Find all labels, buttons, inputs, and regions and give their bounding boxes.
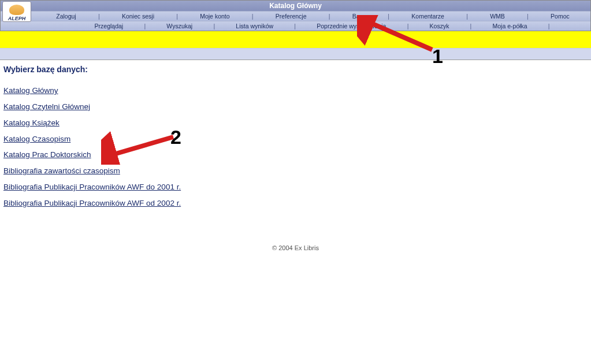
title-bar: Katalog Główny — [1, 1, 590, 11]
nav-koszyk[interactable]: Koszyk — [410, 23, 469, 29]
db-link-czytelni-glownej[interactable]: Katalog Czytelni Głównej — [3, 103, 90, 112]
nav-wmb[interactable]: WMB — [469, 13, 526, 20]
nav-poprzednie-wyszukiwania[interactable]: Poprzednie wyszukiwania — [297, 23, 406, 29]
logo-sun-icon — [9, 5, 24, 15]
content: Wybierz bazę danych: Katalog Główny Kata… — [0, 60, 591, 251]
lavender-strip — [0, 49, 591, 60]
db-link-katalog-glowny[interactable]: Katalog Główny — [3, 87, 58, 95]
db-link-prac-doktorskich[interactable]: Katalog Prac Doktorskich — [3, 151, 91, 159]
nav-row-1: Zaloguj| Koniec sesji| Moje konto| Prefe… — [1, 11, 590, 21]
nav-row-2: Przeglądaj| Wyszukaj| Lista wyników| Pop… — [1, 21, 590, 31]
footer-copyright: © 2004 Ex Libris — [3, 244, 588, 251]
heading-select-db: Wybierz bazę danych: — [3, 65, 588, 74]
db-link-bibliografia-zawartosci[interactable]: Bibliografia zawartości czasopism — [3, 167, 120, 176]
nav-koniec-sesji[interactable]: Koniec sesji — [101, 13, 176, 20]
yellow-banner — [0, 31, 591, 49]
db-link-czasopism[interactable]: Katalog Czasopism — [3, 135, 70, 144]
aleph-logo[interactable]: ALEPH — [2, 1, 31, 22]
header: ALEPH Katalog Główny Zaloguj| Koniec ses… — [0, 0, 591, 31]
database-list: Katalog Główny Katalog Czytelni Głównej … — [3, 87, 588, 216]
nav-przegladaj[interactable]: Przeglądaj — [75, 23, 143, 29]
db-link-bibliografia-do-2001[interactable]: Bibliografia Publikacji Pracowników AWF … — [3, 183, 181, 192]
db-link-bibliografia-od-2002[interactable]: Bibliografia Publikacji Pracowników AWF … — [3, 199, 181, 208]
nav-moja-epolka[interactable]: Moja e-półka — [473, 23, 547, 29]
nav-wyszukaj[interactable]: Wyszukaj — [147, 23, 212, 29]
logo-text: ALEPH — [8, 16, 26, 21]
nav-lista-wynikow[interactable]: Lista wyników — [216, 23, 293, 29]
nav-komentarze[interactable]: Komentarze — [391, 13, 465, 20]
page-title: Katalog Główny — [269, 2, 322, 10]
nav-bazy[interactable]: Bazy — [332, 13, 387, 20]
nav-pomoc[interactable]: Pomoc — [530, 13, 590, 20]
nav-moje-konto[interactable]: Moje konto — [179, 13, 251, 20]
nav-zaloguj[interactable]: Zaloguj — [35, 13, 97, 20]
nav-preferencje[interactable]: Preferencje — [255, 13, 328, 20]
db-link-ksiazek[interactable]: Katalog Książek — [3, 119, 60, 128]
